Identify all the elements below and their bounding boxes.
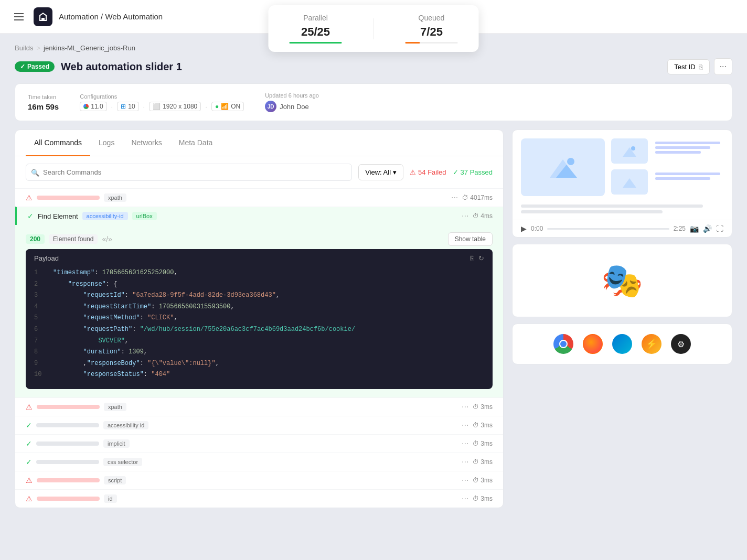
chrome-browser-icon[interactable] — [552, 332, 575, 356]
fullscreen-icon[interactable]: ⛶ — [716, 224, 723, 233]
alert-icon: ⚠ — [26, 494, 33, 503]
tab-networks[interactable]: Networks — [123, 130, 170, 156]
cmd-tag: accessibility id — [103, 421, 148, 429]
refresh-icon[interactable]: ↻ — [478, 254, 484, 262]
response-row: 200 Element found «/» Show table — [26, 229, 493, 249]
payload-line-1: 1 "timestamp": 1705665601625252000, — [34, 267, 484, 279]
settings-browser-icon[interactable]: ⚙ — [669, 332, 692, 356]
queued-value: 7/25 — [420, 25, 443, 39]
command-row-3[interactable]: ⚠ xpath ··· ⏱ 3ms — [15, 397, 503, 416]
command-row-7[interactable]: ⚠ script ··· ⏱ 3ms — [15, 471, 503, 489]
camera-icon[interactable]: 📷 — [690, 224, 699, 233]
windows-version: 10 — [128, 103, 135, 110]
copy-icon[interactable]: ⎘ — [470, 254, 474, 262]
more-icon[interactable]: ··· — [462, 494, 468, 503]
cmd-bar — [36, 441, 99, 446]
dot-sep2: · — [143, 103, 145, 111]
config-row: 11.0 · ⊞ 10 · ⬜ 1920 x 1080 · ● 📶 ON — [80, 102, 244, 111]
more-icon[interactable]: ··· — [462, 421, 468, 430]
cmd-time: ⏱ 4017ms — [462, 194, 493, 201]
title-row: ✓ Passed Web automation slider 1 Test ID… — [15, 58, 732, 75]
payload-line-7: 7 SVCVER", — [34, 336, 484, 347]
time-label: Time taken — [28, 94, 59, 100]
lightning-icon: ⚡ — [642, 334, 661, 354]
video-progress-bar[interactable] — [547, 228, 669, 230]
resolution-badge: ⬜ 1920 x 1080 — [149, 102, 201, 111]
command-row-active[interactable]: ✓ Find Element accessibility-id urlBox ·… — [15, 207, 503, 225]
command-row-6[interactable]: ✓ css selector ··· ⏱ 3ms — [15, 453, 503, 471]
more-icon[interactable]: ··· — [462, 457, 468, 467]
config-label: Configurations — [80, 93, 244, 100]
title-left: ✓ Passed Web automation slider 1 — [15, 61, 182, 73]
failed-count: 54 Failed — [418, 168, 446, 176]
thumb-1[interactable] — [611, 138, 648, 164]
more-options-button[interactable]: ··· — [714, 58, 732, 75]
tab-meta-data[interactable]: Meta Data — [170, 130, 221, 156]
command-row-1[interactable]: ⚠ xpath ··· ⏱ 4017ms — [15, 188, 503, 207]
command-row-5[interactable]: ✓ implicit ··· ⏱ 3ms — [15, 434, 503, 453]
code-icon[interactable]: «/» — [102, 235, 112, 243]
thumbnail-row-1 — [611, 138, 723, 165]
menu-icon[interactable] — [10, 8, 27, 25]
tabs: All Commands Logs Networks Meta Data — [15, 130, 503, 156]
lightning-browser-icon[interactable]: ⚡ — [640, 332, 663, 356]
command-row-4[interactable]: ✓ accessibility id ··· ⏱ 3ms — [15, 416, 503, 434]
view-filter-button[interactable]: View: All ▾ — [358, 164, 403, 180]
failed-stat: ⚠ 54 Failed — [410, 168, 446, 176]
browsers-card: ⚡ ⚙ — [512, 324, 732, 364]
clock-icon: ⏱ — [473, 212, 479, 220]
pq-widget: Parallel 25/25 Queued 7/25 — [269, 5, 479, 52]
more-icon[interactable]: ··· — [462, 211, 468, 221]
more-icon[interactable]: ··· — [462, 402, 468, 412]
volume-icon[interactable]: 🔊 — [703, 224, 712, 233]
tag-urlbox: urlBox — [132, 212, 157, 220]
alert-icon: ⚠ — [410, 168, 416, 176]
check-icon: ✓ — [26, 439, 32, 448]
mountain-thumb-icon-2 — [622, 176, 637, 189]
updated-value-row: JD John Doe — [265, 101, 319, 112]
page-title: Web automation slider 1 — [61, 61, 182, 73]
payload-card: Payload ⎘ ↻ 1 "timestamp": 1705665601625… — [26, 249, 493, 389]
resolution-value: 1920 x 1080 — [163, 103, 197, 110]
theater-icon: 🎭 — [601, 261, 643, 300]
more-icon: ··· — [720, 62, 727, 71]
play-button[interactable]: ▶ — [521, 224, 527, 233]
command-row-8[interactable]: ⚠ id ··· ⏱ 3ms — [15, 489, 503, 508]
more-icon[interactable]: ··· — [462, 439, 468, 448]
cmd-time: ⏱ 3ms — [473, 477, 493, 484]
thumb-text-2 — [652, 169, 723, 196]
firefox-browser-icon[interactable] — [581, 332, 604, 356]
thumb-2[interactable] — [611, 169, 648, 195]
clock-icon: ⏱ — [473, 422, 479, 429]
text-line — [655, 146, 710, 149]
edge-icon — [612, 334, 632, 354]
tab-logs[interactable]: Logs — [90, 130, 123, 156]
passed-badge: ✓ Passed — [15, 61, 55, 72]
queued-label: Queued — [419, 14, 445, 22]
check-icon: ✓ — [27, 212, 34, 220]
payload-line-3: 3 "requestId": "6a7eda28-9f5f-4add-82de-… — [34, 290, 484, 301]
main-screenshot[interactable] — [521, 138, 605, 196]
search-input[interactable] — [26, 164, 352, 181]
status-badge: 200 — [26, 234, 45, 244]
more-icon[interactable]: ··· — [451, 193, 458, 202]
cmd-tag-xpath: xpath — [104, 193, 126, 202]
test-id-button[interactable]: Test ID ⎘ — [667, 59, 709, 74]
edge-browser-icon[interactable] — [611, 332, 634, 356]
search-filter-row: 🔍 View: All ▾ ⚠ 54 Failed ✓ 37 Passed — [15, 156, 503, 188]
theater-card: 🎭 — [512, 244, 732, 317]
top-bar: Automation / Web Automation Parallel 25/… — [0, 0, 747, 34]
logo-icon — [34, 7, 52, 26]
svg-marker-6 — [623, 178, 636, 188]
network-icon: ● — [215, 103, 219, 110]
show-table-button[interactable]: Show table — [448, 232, 493, 246]
svg-point-1 — [567, 158, 574, 165]
cmd-bar — [37, 405, 100, 409]
check-icon: ✓ — [20, 63, 25, 70]
mountain-image-icon — [547, 154, 579, 180]
tab-all-commands[interactable]: All Commands — [26, 130, 90, 156]
more-icon[interactable]: ··· — [462, 476, 468, 485]
view-label: View: All — [365, 168, 391, 176]
breadcrumb-root[interactable]: Builds — [15, 44, 33, 52]
alert-icon: ⚠ — [26, 476, 33, 484]
